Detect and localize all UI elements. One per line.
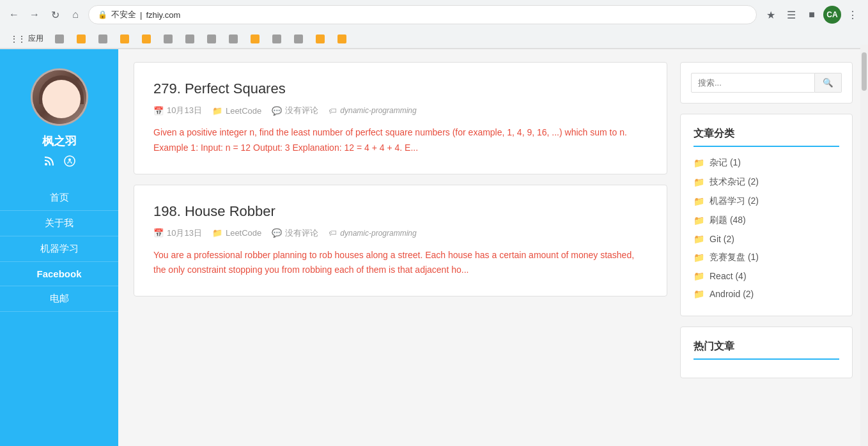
bookmark-14[interactable]: [332, 33, 352, 45]
category-list: 📁 杂记 (1) 📁 技术杂记 (2) 📁 机器学习 (2) 📁 刷题 (48): [694, 153, 839, 303]
reader-button[interactable]: ☰: [782, 6, 800, 24]
post-tag-1: 🏷 dynamic-programming: [329, 106, 416, 116]
page-wrapper: 枫之羽 首页 关于我 机器学习 Facebook: [0, 49, 868, 446]
avatar-image: [33, 70, 86, 124]
sidebar-item-facebook[interactable]: Facebook: [0, 262, 118, 286]
folder-icon-cat-3: 📁: [694, 215, 704, 226]
category-item-2[interactable]: 📁 机器学习 (2): [694, 192, 839, 211]
scrollbar-thumb[interactable]: [862, 52, 867, 91]
extensions-button[interactable]: ■: [803, 6, 821, 24]
bookmark-6[interactable]: [159, 33, 178, 45]
sidebar-item-home[interactable]: 首页: [0, 185, 118, 211]
search-input[interactable]: [691, 73, 815, 93]
bookmarks-bar: ⋮⋮ 应用: [0, 29, 868, 49]
bookmark-10[interactable]: [245, 33, 265, 45]
bookmark-button[interactable]: ★: [762, 6, 780, 24]
url-display: fzhiy.com: [146, 10, 180, 20]
bookmark-4[interactable]: [115, 33, 134, 45]
home-button[interactable]: ⌂: [68, 7, 83, 22]
posts-area: 279. Perfect Squares 📅 10月13日 📁 LeetCode…: [134, 62, 667, 438]
post-excerpt-2: You are a professional robber planning t…: [153, 248, 647, 279]
svg-point-2: [68, 158, 71, 161]
bookmark-9[interactable]: [224, 33, 243, 45]
folder-icon-cat-7: 📁: [694, 289, 704, 299]
security-label: 不安全: [111, 9, 136, 20]
author-name: 枫之羽: [42, 134, 77, 149]
apps-button[interactable]: ⋮⋮ 应用: [6, 32, 47, 45]
category-item-4[interactable]: 📁 Git (2): [694, 230, 839, 248]
category-label-7: Android (2): [709, 289, 754, 299]
category-item-1[interactable]: 📁 技术杂记 (2): [694, 173, 839, 192]
profile-button[interactable]: CA: [823, 6, 841, 24]
bookmark-1[interactable]: [50, 33, 69, 45]
categories-box: 文章分类 📁 杂记 (1) 📁 技术杂记 (2) 📁 机器学习 (2): [680, 114, 853, 316]
folder-icon-cat-6: 📁: [694, 271, 704, 281]
apps-label: 应用: [28, 33, 43, 44]
post-tag-text-1[interactable]: dynamic-programming: [340, 106, 416, 115]
page-scrollbar[interactable]: [860, 45, 868, 446]
category-item-5[interactable]: 📁 竞赛复盘 (1): [694, 248, 839, 267]
apps-grid-icon: ⋮⋮: [10, 35, 26, 43]
bookmark-3[interactable]: [93, 33, 112, 45]
folder-icon-cat-2: 📁: [694, 196, 704, 206]
category-item-6[interactable]: 📁 React (4): [694, 267, 839, 285]
category-label-2: 机器学习 (2): [709, 196, 759, 207]
post-title-1[interactable]: 279. Perfect Squares: [153, 81, 647, 97]
browser-chrome: ← → ↻ ⌂ 🔒 不安全 | fzhiy.com ★ ☰ ■ CA ⋮ ⋮⋮ …: [0, 0, 868, 49]
category-label-3: 刷题 (48): [709, 215, 746, 226]
bookmark-11[interactable]: [267, 33, 286, 45]
post-tag-text-2[interactable]: dynamic-programming: [340, 229, 416, 238]
popular-title: 热门文章: [694, 340, 839, 360]
rss-icon[interactable]: [43, 155, 55, 170]
bookmark-12[interactable]: [289, 33, 308, 45]
bookmark-2[interactable]: [72, 33, 91, 45]
bookmark-7[interactable]: [180, 33, 199, 45]
avatar: [31, 68, 88, 126]
sidebar-item-about[interactable]: 关于我: [0, 211, 118, 236]
tag-icon-1: 🏷: [329, 106, 337, 116]
forward-button[interactable]: →: [27, 7, 42, 22]
folder-icon-cat-0: 📁: [694, 158, 704, 168]
category-item-0[interactable]: 📁 杂记 (1): [694, 153, 839, 173]
post-category-link-2[interactable]: LeetCode: [226, 228, 261, 238]
category-label-6: React (4): [709, 271, 747, 281]
post-comments-2: 💬 没有评论: [272, 227, 318, 239]
folder-icon-cat-4: 📁: [694, 234, 704, 244]
bookmark-13[interactable]: [311, 33, 330, 45]
browser-toolbar: ← → ↻ ⌂ 🔒 不安全 | fzhiy.com ★ ☰ ■ CA ⋮: [0, 0, 868, 29]
post-category-2: 📁 LeetCode: [212, 228, 261, 238]
categories-title: 文章分类: [694, 127, 839, 147]
post-category-1: 📁 LeetCode: [212, 106, 261, 116]
category-label-4: Git (2): [709, 234, 734, 244]
bookmark-5[interactable]: [137, 33, 156, 45]
post-title-2[interactable]: 198. House Robber: [153, 203, 647, 220]
post-comments-1: 💬 没有评论: [272, 105, 318, 116]
post-card-1: 279. Perfect Squares 📅 10月13日 📁 LeetCode…: [134, 62, 667, 174]
category-item-7[interactable]: 📁 Android (2): [694, 285, 839, 303]
post-tag-2: 🏷 dynamic-programming: [329, 228, 416, 238]
category-item-3[interactable]: 📁 刷题 (48): [694, 211, 839, 230]
svg-point-0: [45, 163, 47, 165]
popular-box: 热门文章: [680, 327, 853, 378]
menu-button[interactable]: ⋮: [844, 6, 862, 24]
sidebar-right: 🔍 文章分类 📁 杂记 (1) 📁 技术杂记 (2) 📁: [680, 62, 853, 438]
refresh-button[interactable]: ↻: [47, 7, 63, 22]
sidebar-item-email[interactable]: 电邮: [0, 286, 118, 312]
post-card-2: 198. House Robber 📅 10月13日 📁 LeetCode 💬 …: [134, 185, 667, 297]
search-icon: 🔍: [823, 78, 833, 88]
tag-icon-2: 🏷: [329, 228, 337, 238]
bookmark-8[interactable]: [202, 33, 221, 45]
github-icon[interactable]: [64, 155, 75, 170]
social-icons: [43, 155, 75, 170]
comment-icon-2: 💬: [272, 228, 282, 238]
post-category-link-1[interactable]: LeetCode: [226, 106, 261, 116]
url-separator: |: [140, 10, 142, 20]
post-date-2: 📅 10月13日: [153, 227, 202, 239]
security-icon: 🔒: [98, 10, 107, 19]
address-bar[interactable]: 🔒 不安全 | fzhiy.com: [88, 5, 757, 24]
search-button[interactable]: 🔍: [815, 73, 842, 93]
browser-actions: ★ ☰ ■ CA ⋮: [762, 6, 862, 24]
post-meta-1: 📅 10月13日 📁 LeetCode 💬 没有评论 🏷 dynamic-pro…: [153, 105, 647, 116]
back-button[interactable]: ←: [6, 7, 22, 22]
sidebar-item-ml[interactable]: 机器学习: [0, 236, 118, 262]
